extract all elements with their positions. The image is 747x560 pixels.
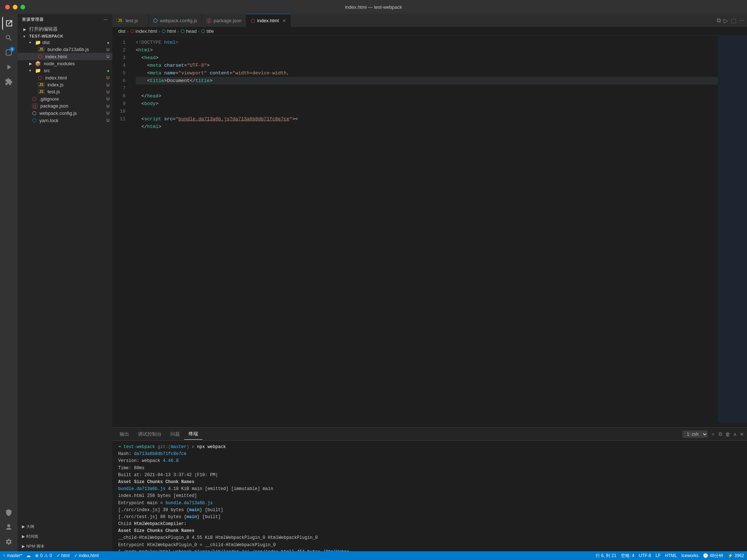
status-sync[interactable]: ☁: [26, 553, 31, 558]
split-terminal-icon[interactable]: ⧉: [719, 431, 722, 437]
tab-js-icon: JS: [117, 18, 123, 23]
error-icon: ⊗: [35, 553, 39, 558]
sidebar-section-timeline[interactable]: ▶ 时间线: [18, 532, 112, 541]
run-editor-icon[interactable]: ▷: [724, 17, 728, 24]
panel-tab-debug[interactable]: 调试控制台: [133, 429, 166, 440]
sidebar: 资源管理器 ··· ▶ 打开的编辑器 ▾ TEST-WEBPACK ▾ 📁 di…: [18, 14, 112, 551]
tab-close-icon[interactable]: ✕: [282, 18, 286, 23]
status-port[interactable]: ⚡ 3962: [728, 553, 744, 559]
src-js-icon: JS: [38, 82, 44, 87]
terminal-line: [./src/test.js] 86 bytes {main} [built]: [118, 514, 741, 521]
status-bar: ⑂ master* ☁ ⊗ 0 ⚠ 0 ✓ html ✓ index.html …: [0, 551, 747, 560]
status-iceworks[interactable]: Iceworks: [681, 553, 698, 559]
webpack-icon: ⬡: [32, 110, 36, 116]
tree-item-src-index-html[interactable]: ⬡ index.html U: [18, 74, 112, 81]
maximize-button[interactable]: [20, 5, 25, 9]
tree-item-dist[interactable]: ▾ 📁 dist ●: [18, 39, 112, 46]
open-editors-section[interactable]: ▶ 打开的编辑器: [18, 25, 112, 33]
status-encoding[interactable]: UTF-8: [639, 553, 651, 559]
status-time[interactable]: 🕐 48分钟: [703, 553, 723, 559]
terminal-line: Asset Size Chunks Chunk Names: [118, 528, 741, 534]
more-tabs-icon[interactable]: ···: [739, 17, 744, 24]
remote-icon[interactable]: [2, 506, 15, 519]
terminal-line: bundle.da713a6b.js 4.18 KiB main [emitte…: [118, 486, 741, 493]
close-button[interactable]: [5, 5, 10, 9]
tree-item-node-modules[interactable]: ▶ 📦 node_modules: [18, 60, 112, 67]
sidebar-more-icon[interactable]: ···: [104, 18, 108, 22]
panel-tab-terminal[interactable]: 终端: [184, 428, 202, 440]
tree-item-gitignore[interactable]: ⬡ .gitignore U: [18, 95, 112, 102]
panel-close-icon[interactable]: ✕: [740, 431, 744, 437]
layout-icon[interactable]: ⬚: [731, 17, 736, 24]
title-bar: index.html — test-webpack: [0, 0, 747, 14]
terminal-line: Version: webpack 4.46.0: [118, 458, 741, 464]
sidebar-header: 资源管理器 ···: [18, 14, 112, 25]
tab-bar: JS test.js ⬡ webpack.config.js {} packag…: [112, 14, 747, 27]
tree-item-package-json[interactable]: {} package.json U: [18, 102, 112, 109]
terminal-line: [./src/index.js] 39 bytes {main} [built]: [118, 507, 741, 514]
new-terminal-icon[interactable]: ＋: [711, 431, 716, 438]
html-icon: ⬡: [38, 54, 42, 59]
panel-tab-output[interactable]: 输出: [115, 429, 133, 440]
line-numbers: 1 2 3 4 5 6 7 8 9 10 11: [112, 36, 130, 423]
js-icon: JS: [38, 47, 44, 52]
tree-root[interactable]: ▾ TEST-WEBPACK: [18, 33, 112, 39]
sync-icon: ☁: [26, 553, 31, 558]
status-branch[interactable]: ⑂ master*: [3, 553, 22, 558]
terminal-line: Time: 80ms: [118, 465, 741, 472]
sidebar-section-outline[interactable]: ▶ 大纲: [18, 522, 112, 532]
status-errors[interactable]: ⊗ 0 ⚠ 0: [35, 553, 52, 558]
window-title: index.html — test-webpack: [345, 4, 402, 10]
index-dist-badge: U: [107, 54, 109, 59]
terminal-line: index.html 258 bytes [emitted]: [118, 493, 741, 499]
tree-item-index-html-dist[interactable]: ⬡ index.html U: [18, 53, 112, 60]
settings-icon[interactable]: [2, 535, 15, 548]
tree-item-bundle-js[interactable]: JS bundle.da713a6b.js U: [18, 46, 112, 53]
code-editor[interactable]: <!DOCTYPE html> <html> <head> <meta char…: [130, 36, 718, 423]
warning-icon: ⚠: [44, 553, 48, 558]
tree-item-src-test-js[interactable]: JS test.js U: [18, 88, 112, 95]
explorer-icon[interactable]: [2, 17, 15, 30]
horizontal-scrollbar[interactable]: [112, 423, 747, 427]
status-language[interactable]: HTML: [665, 553, 677, 559]
tree-item-webpack-config[interactable]: ⬡ webpack.config.js U: [18, 109, 112, 117]
panel-actions: 1: zsh ＋ ⧉ 🗑 ∧ ✕: [682, 431, 744, 438]
panel-scroll-up-icon[interactable]: ∧: [733, 431, 737, 437]
editor-content[interactable]: 1 2 3 4 5 6 7 8 9 10 11 <!DOCTYPE html> …: [112, 36, 747, 423]
status-spaces[interactable]: 空格: 4: [621, 553, 634, 559]
src-badge: ●: [107, 69, 109, 73]
status-html-check[interactable]: ✓ html: [57, 553, 70, 558]
tab-html-icon: ⬡: [251, 18, 255, 24]
tree-item-src-index-js[interactable]: JS index.js U: [18, 81, 112, 88]
status-eol[interactable]: LF: [655, 553, 661, 559]
run-icon[interactable]: [2, 61, 15, 74]
terminal-content[interactable]: ➜ test-webpack git:(master) ✗ npx webpac…: [112, 441, 747, 551]
terminal-line: __child-HtmlWebpackPlugin_0 4.55 KiB Htm…: [118, 534, 741, 541]
package-json-icon: {}: [32, 104, 38, 109]
status-file-check[interactable]: ✓ index.html: [74, 553, 99, 558]
tab-json-icon: {}: [206, 18, 212, 23]
terminal-selector[interactable]: 1: zsh: [682, 431, 708, 438]
editor-area: JS test.js ⬡ webpack.config.js {} packag…: [112, 14, 747, 551]
sidebar-section-npm[interactable]: ▶ NPM 脚本: [18, 541, 112, 551]
yarn-icon: ⬡: [32, 117, 36, 123]
source-control-icon[interactable]: 9: [2, 46, 15, 59]
minimize-button[interactable]: [13, 5, 18, 9]
terminal-line: Built at: 2021-04-13 3:37:42 |F10: PM|: [118, 472, 741, 479]
delete-terminal-icon[interactable]: 🗑: [725, 431, 730, 437]
tab-test-js[interactable]: JS test.js: [112, 14, 149, 27]
tree-item-src[interactable]: ▾ 📁 src ●: [18, 67, 112, 74]
split-editor-icon[interactable]: ⧉: [717, 17, 721, 24]
folder-icon: 📁: [35, 40, 41, 45]
status-position[interactable]: 行 6, 列 21: [596, 553, 616, 559]
panel-tab-problems[interactable]: 问题: [166, 429, 184, 440]
breadcrumb: dist › ⬡ index.html › ⬡ html › ⬡ head › …: [112, 27, 747, 36]
search-icon[interactable]: [2, 31, 15, 44]
tree-item-yarn-lock[interactable]: ⬡ yarn.lock U: [18, 117, 112, 124]
tab-webpack-config[interactable]: ⬡ webpack.config.js: [149, 14, 202, 27]
extensions-icon[interactable]: [2, 75, 15, 88]
tab-index-html[interactable]: ⬡ index.html ✕: [246, 14, 291, 27]
terminal-line: Asset Size Chunks Chunk Names: [118, 479, 741, 486]
tab-package-json[interactable]: {} package.json: [202, 14, 246, 27]
account-icon[interactable]: [2, 521, 15, 534]
